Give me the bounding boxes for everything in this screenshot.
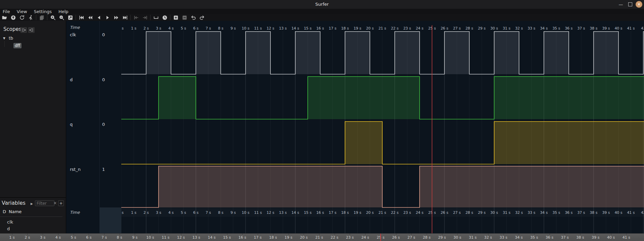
signal-name-rst_n[interactable]: rst_n: [70, 167, 81, 172]
svg-text:42: 42: [641, 26, 644, 31]
svg-text:2 s: 2 s: [143, 210, 149, 215]
menu-view[interactable]: View: [13, 9, 31, 14]
toolbar-separator: [47, 15, 47, 20]
go-to-start-icon[interactable]: [77, 14, 86, 20]
svg-text:38 s: 38 s: [590, 26, 597, 31]
svg-text:31 s: 31 s: [503, 210, 510, 215]
scope-item-dff[interactable]: dff: [13, 43, 22, 48]
waveform-panel[interactable]: Time Time clkdqrst_n 0001 ss1 s1 s2 s2 s…: [66, 21, 644, 233]
svg-text:10 s: 10 s: [242, 210, 249, 215]
svg-text:18 s: 18 s: [341, 26, 349, 31]
maximize-button[interactable]: [627, 0, 634, 9]
menu-settings[interactable]: Settings: [31, 9, 55, 14]
tree-expand-arrow[interactable]: ▼: [3, 37, 5, 40]
svg-text:11 s: 11 s: [254, 210, 262, 215]
cursor-to-start-icon[interactable]: [132, 14, 140, 20]
copy-icon[interactable]: [37, 14, 46, 20]
ruler-label: 13 s: [192, 235, 200, 240]
svg-text:35 s: 35 s: [552, 26, 560, 31]
variable-item-d[interactable]: d: [7, 226, 10, 231]
filter-mode-arrow[interactable]: ▶: [31, 202, 33, 205]
svg-text:12 s: 12 s: [266, 26, 274, 31]
svg-text:23 s: 23 s: [403, 26, 411, 31]
signal-name-d[interactable]: d: [70, 77, 73, 82]
reload-icon[interactable]: [17, 14, 26, 20]
ruler-tick: [304, 234, 304, 235]
svg-text:41 s: 41 s: [627, 210, 635, 215]
fast-forward-icon[interactable]: [112, 14, 121, 20]
ruler-tick: [626, 234, 627, 235]
zoom-in-icon[interactable]: [48, 14, 57, 20]
svg-text:33 s: 33 s: [527, 26, 535, 31]
ruler-tick: [227, 234, 227, 235]
svg-text:6 s: 6 s: [193, 26, 199, 31]
ruler-tick: [273, 234, 273, 235]
signal-value-q: 0: [102, 122, 105, 127]
expand-hierarchy-icon[interactable]: [20, 27, 27, 33]
ruler-cursor[interactable]: [380, 234, 381, 241]
collapse-hierarchy-icon[interactable]: [28, 27, 35, 33]
svg-text:36 s: 36 s: [565, 26, 572, 31]
menu-help[interactable]: Help: [55, 9, 72, 14]
svg-text:6 s: 6 s: [193, 210, 199, 215]
svg-text:37 s: 37 s: [577, 26, 585, 31]
scope-root-tb[interactable]: tb: [9, 36, 13, 41]
add-variable-button[interactable]: +: [58, 200, 64, 206]
ruler-label: 1 s: [9, 235, 15, 240]
ruler-tick: [442, 234, 442, 235]
variable-item-clk[interactable]: clk: [7, 220, 13, 225]
cursor-to-end-icon[interactable]: [140, 14, 149, 20]
svg-text:13 s: 13 s: [279, 210, 287, 215]
svg-text:1 s: 1 s: [131, 210, 136, 215]
minimize-button[interactable]: —: [617, 0, 625, 9]
run-command-icon[interactable]: [26, 14, 35, 20]
go-to-end-icon[interactable]: [121, 14, 129, 20]
add-item-icon[interactable]: [171, 14, 180, 20]
menu-file[interactable]: File: [0, 9, 13, 14]
ruler-tick: [473, 234, 473, 235]
ruler-label: 34 s: [515, 235, 523, 240]
svg-text:9 s: 9 s: [230, 210, 236, 215]
toolbar-separator: [150, 15, 151, 20]
ruler-tick: [43, 234, 43, 235]
open-file-icon[interactable]: [0, 14, 9, 20]
ruler-label: 32 s: [484, 235, 492, 240]
name-value-divider: [99, 21, 100, 233]
svg-text:28 s: 28 s: [465, 210, 473, 215]
tree-guide-line: [4, 41, 5, 47]
ruler-tick: [411, 234, 412, 235]
svg-text:22 s: 22 s: [391, 26, 398, 31]
signal-name-q[interactable]: q: [70, 122, 73, 127]
clear-filter-icon[interactable]: ×: [53, 201, 57, 205]
open-url-icon[interactable]: [9, 14, 17, 20]
toolbar: [0, 14, 644, 21]
svg-text:2 s: 2 s: [143, 26, 149, 31]
redo-icon[interactable]: [198, 14, 206, 20]
clock-icon[interactable]: [160, 14, 169, 20]
filter-input[interactable]: [35, 200, 54, 206]
overview-ruler[interactable]: 1 s2 s3 s4 s5 s6 s7 s8 s9 s10 s11 s12 s1…: [0, 233, 644, 241]
svg-text:7 s: 7 s: [206, 210, 211, 215]
ruler-tick: [596, 234, 596, 235]
ruler-tick: [519, 234, 519, 235]
step-back-icon[interactable]: [94, 14, 103, 20]
remove-item-icon[interactable]: [180, 14, 189, 20]
ruler-label: 3 s: [40, 235, 45, 240]
svg-text:21 s: 21 s: [378, 210, 386, 215]
ruler-label: 35 s: [530, 235, 538, 240]
zoom-out-icon[interactable]: [57, 14, 66, 20]
close-button[interactable]: ✕: [635, 0, 643, 9]
panel-divider: [0, 197, 66, 198]
signal-name-clk[interactable]: clk: [70, 32, 76, 37]
fast-backward-icon[interactable]: [86, 14, 94, 20]
zoom-fit-icon[interactable]: [66, 14, 75, 20]
menubar: FileViewSettingsHelp: [0, 9, 644, 14]
interval-icon[interactable]: [152, 14, 160, 20]
step-forward-icon[interactable]: [103, 14, 112, 20]
col-name: Name: [9, 209, 22, 214]
ruler-tick: [120, 234, 120, 235]
svg-text:15 s: 15 s: [304, 210, 311, 215]
ruler-label: 10 s: [146, 235, 154, 240]
waveform-canvas[interactable]: ss1 s1 s2 s2 s3 s3 s4 s4 s5 s5 s6 s6 s7 …: [121, 21, 644, 233]
undo-icon[interactable]: [189, 14, 198, 20]
